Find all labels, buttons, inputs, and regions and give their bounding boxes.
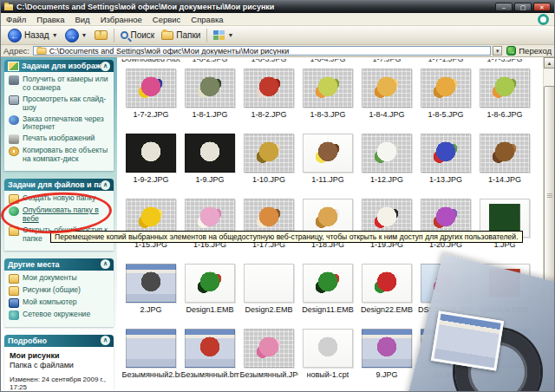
sidebar-item[interactable]: Создать новую папку <box>9 194 111 204</box>
panel-body-details: Мои рисункиПапка с файламиИзменен: 24 се… <box>4 347 114 391</box>
menu-item[interactable]: Правка <box>36 15 64 24</box>
file-item[interactable]: 9.JPG <box>357 325 416 390</box>
file-name: 1-7-2.JPG <box>133 110 168 119</box>
file-item[interactable] <box>475 325 534 390</box>
folder-icon <box>4 4 13 10</box>
file-item[interactable]: 1-8-1.JPG <box>180 65 239 130</box>
file-item[interactable]: Design1.EMB <box>180 260 239 325</box>
menu-item[interactable]: Файл <box>6 15 26 24</box>
file-item[interactable]: 1-9-2.JPG <box>121 130 180 195</box>
clipped-file-name: 1-7-3.JPG <box>475 59 534 64</box>
thumbnail <box>303 264 353 303</box>
scroll-up-icon[interactable]: ▲ <box>544 57 554 69</box>
panel-header-details[interactable]: Подробно∧ <box>4 335 114 347</box>
back-dropdown-icon[interactable]: ▼ <box>52 32 58 38</box>
menu-item[interactable]: Избранное <box>101 15 142 24</box>
thumbnail <box>126 69 176 108</box>
sidebar-item[interactable]: Опубликовать папку в вебе <box>9 206 111 224</box>
file-item[interactable]: Безымянный.JPG <box>239 325 298 390</box>
sidebar-item[interactable]: Копировать все объекты на компакт-диск <box>9 147 111 164</box>
menu-item[interactable]: Сервис <box>153 15 181 24</box>
file-item[interactable]: 1-13.JPG <box>416 130 475 195</box>
up-button[interactable] <box>91 26 111 44</box>
sidebar-item[interactable]: Рисунки (общие) <box>9 286 111 296</box>
menu-item[interactable]: Вид <box>75 15 89 24</box>
file-item[interactable]: 1-16.JPG <box>180 195 239 260</box>
chevron-up-icon[interactable]: ∧ <box>101 259 110 269</box>
file-item[interactable]: 1-20.JPG <box>416 195 475 260</box>
print-icon <box>9 134 19 144</box>
minimize-button[interactable]: – <box>495 3 513 11</box>
maximize-button[interactable]: ▢ <box>514 3 532 11</box>
forward-button[interactable]: → ▼ <box>62 26 91 44</box>
file-item[interactable]: DSC03949.JPG <box>416 260 475 325</box>
sidebar-item[interactable]: Сетевое окружение <box>9 310 111 320</box>
file-item[interactable]: новый-1.cpt <box>298 325 357 390</box>
file-item[interactable]: 1-11.JPG <box>298 130 357 195</box>
thumbnail <box>421 329 471 368</box>
file-item[interactable]: 1-7-2.JPG <box>121 65 180 130</box>
panel-title: Подробно <box>8 336 101 345</box>
panel-title: Другие места <box>8 260 101 269</box>
sidebar-item[interactable]: Заказ отпечатков через Интернет <box>9 115 111 133</box>
chevron-up-icon[interactable]: ∧ <box>101 336 110 345</box>
explorer-window: C:\Documents and Settings\мой офис\Мои д… <box>0 0 555 392</box>
file-item[interactable]: 1-8-5.JPG <box>416 65 475 130</box>
file-item[interactable]: 1-15.JPG <box>121 195 180 260</box>
menu-item[interactable]: Справка <box>191 15 223 24</box>
chevron-up-icon[interactable]: ∧ <box>101 62 110 71</box>
sidebar-item[interactable]: Мои документы <box>9 274 111 284</box>
cd-copy-icon <box>9 147 19 156</box>
file-item[interactable]: 1-10.JPG <box>239 130 298 195</box>
close-button[interactable]: ✕ <box>533 3 551 11</box>
address-input[interactable]: C:\Documents and Settings\мой офис\Мои д… <box>33 46 491 56</box>
vertical-scrollbar[interactable]: ▲ ▼ <box>543 57 554 390</box>
file-item[interactable]: Design2.EMB <box>239 260 298 325</box>
address-dropdown-icon[interactable]: ▼ <box>493 46 502 56</box>
folders-button[interactable]: Папки <box>158 26 204 44</box>
sidebar-item[interactable]: Просмотреть как слайд-шоу <box>9 95 111 113</box>
chevron-up-icon[interactable]: ∧ <box>101 180 110 190</box>
file-item[interactable]: 1-8-2.JPG <box>239 65 298 130</box>
sidebar-item-label: Сетевое окружение <box>23 310 90 320</box>
file-item[interactable]: 1-19.JPG <box>357 195 416 260</box>
file-item[interactable]: Безымянный2.bmp <box>121 325 180 390</box>
file-item[interactable]: 1-8-4.JPG <box>357 65 416 130</box>
sidebar-item[interactable]: Получить от камеры или со сканера <box>9 75 111 93</box>
file-item[interactable]: 1-8-3.JPG <box>298 65 357 130</box>
file-item[interactable]: Design22.EMB <box>357 260 416 325</box>
views-dropdown-icon[interactable]: ▼ <box>227 32 233 38</box>
thumbnail <box>244 329 294 368</box>
file-item[interactable]: 2.JPG <box>121 260 180 325</box>
address-path: C:\Documents and Settings\мой офис\Мои д… <box>49 47 289 56</box>
search-button[interactable]: Поиск <box>117 26 159 44</box>
file-item[interactable]: 1-14.JPG <box>475 130 534 195</box>
sidebar-item[interactable]: Мой компьютер <box>9 298 111 308</box>
file-name: 1-8-4.JPG <box>369 110 404 119</box>
file-item[interactable]: Безымянный.bmp <box>180 325 239 390</box>
scrollbar-thumb[interactable] <box>544 86 554 304</box>
thumbnail <box>421 264 471 303</box>
file-item[interactable]: 1-17.JPG <box>239 195 298 260</box>
file-item[interactable]: 1-12.JPG <box>357 130 416 195</box>
go-label: Переход <box>519 46 552 56</box>
file-item[interactable]: 1-18.JPG <box>298 195 357 260</box>
forward-dropdown-icon[interactable]: ▼ <box>82 32 88 38</box>
views-button[interactable]: ▼ <box>210 26 237 44</box>
file-item[interactable]: Design11.EMB <box>298 260 357 325</box>
scroll-down-icon[interactable]: ▼ <box>544 379 554 390</box>
file-item[interactable]: goncaya.EMB <box>475 260 534 325</box>
go-button[interactable]: → Переход <box>506 46 552 56</box>
file-item[interactable]: 10.JPG <box>416 325 475 390</box>
shared-pictures-icon <box>9 286 19 296</box>
file-item[interactable]: 1-9.JPG <box>180 130 239 195</box>
sidebar-item[interactable]: Печать изображений <box>9 134 111 144</box>
panel-header-file-tasks[interactable]: Задачи для файлов и папок∧ <box>4 179 114 191</box>
back-button[interactable]: ← Назад ▼ <box>4 26 62 44</box>
panel-header-other-places[interactable]: Другие места∧ <box>4 258 114 271</box>
file-item[interactable]: 1-8-6.JPG <box>475 65 534 130</box>
panel-header-picture-tasks[interactable]: Задачи для изображений∧ <box>4 60 114 72</box>
clipped-file-name: 1-7.JPG <box>357 59 416 64</box>
file-item[interactable]: 1.JPG <box>475 195 534 260</box>
camera-scanner-icon <box>9 75 19 85</box>
